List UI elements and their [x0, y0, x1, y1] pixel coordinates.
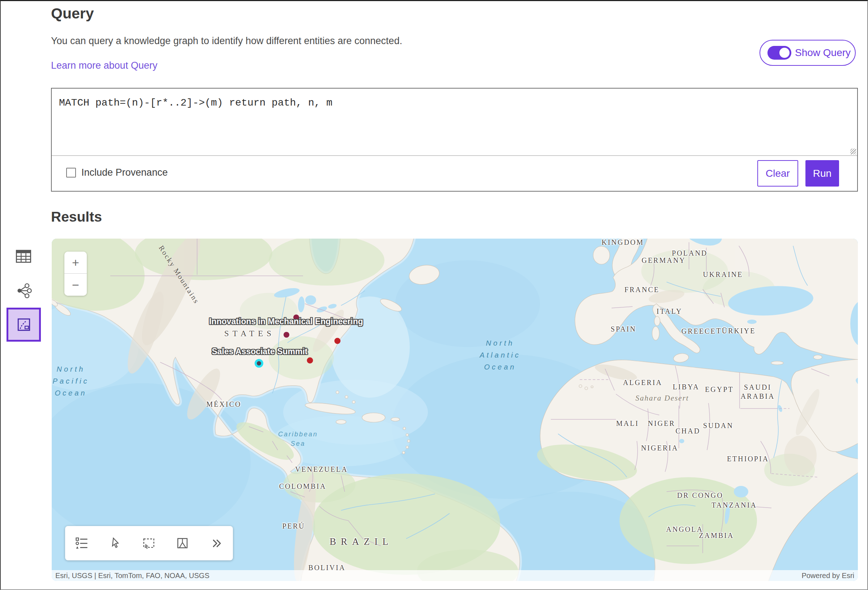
- expand-toolbar-button[interactable]: [207, 534, 226, 553]
- map-attribution: Esri, USGS | Esri, TomTom, FAO, NOAA, US…: [52, 570, 858, 581]
- attribution-sources: Esri, USGS | Esri, TomTom, FAO, NOAA, US…: [52, 572, 213, 580]
- map-zoom-control: + −: [64, 252, 87, 296]
- map-label: North Pacific Ocean: [53, 363, 89, 399]
- query-page: Query You can query a knowledge graph to…: [0, 0, 868, 590]
- map-view-button[interactable]: [6, 308, 41, 342]
- results-map[interactable]: Innovations in Mechanical EngineeringSal…: [52, 239, 858, 581]
- select-rectangle-icon: [142, 536, 156, 550]
- map-label: TÜRKIYE: [716, 327, 756, 335]
- map-label: PERÚ: [282, 522, 305, 530]
- map-label: BRAZIL: [329, 536, 393, 547]
- map-label: CHAD: [676, 427, 701, 435]
- map-label: COLOMBIA: [279, 482, 326, 491]
- legend-button[interactable]: [72, 534, 91, 553]
- map-select-icon: [16, 316, 32, 333]
- select-polygon-icon: [176, 536, 190, 550]
- page-description: You can query a knowledge graph to ident…: [51, 35, 402, 47]
- map-label: VENEZUELA: [295, 465, 348, 473]
- run-button[interactable]: Run: [805, 160, 839, 187]
- map-label: SAUDI ARABIA: [741, 383, 775, 401]
- map-label: MALI: [616, 419, 639, 428]
- map-label: TANZANIA: [712, 501, 757, 509]
- map-toolbar: [65, 526, 233, 560]
- map-label: LIBYA: [673, 383, 700, 391]
- map-label: GERMANY: [642, 256, 686, 265]
- graph-view-button[interactable]: [15, 282, 34, 301]
- map-label: NIGERIA: [641, 444, 678, 452]
- clear-button[interactable]: Clear: [757, 160, 798, 187]
- legend-icon: [74, 536, 89, 550]
- map-label: SPAIN: [611, 325, 636, 333]
- map-event-label: Sales Associate Summit: [211, 347, 307, 357]
- show-query-label: Show Query: [795, 47, 851, 59]
- results-title: Results: [51, 209, 102, 225]
- map-label: KINGDOM: [601, 239, 644, 246]
- pointer-button[interactable]: [106, 534, 125, 553]
- map-label: FRANCE: [624, 286, 660, 294]
- map-label: EGYPT: [705, 385, 734, 394]
- map-label: SUDAN: [703, 422, 734, 430]
- map-label: DR CONGO: [677, 491, 723, 500]
- query-editor: MATCH path=(n)-[r*..2]->(m) return path,…: [51, 88, 858, 192]
- table-icon: [15, 248, 32, 265]
- map-label: STATES: [224, 329, 275, 338]
- learn-more-link[interactable]: Learn more about Query: [51, 60, 157, 71]
- select-polygon-button[interactable]: [173, 534, 192, 553]
- map-label: MÉXICO: [207, 400, 242, 409]
- cursor-icon: [108, 536, 123, 550]
- map-label: POLAND: [672, 249, 707, 257]
- resize-handle-icon[interactable]: [850, 149, 856, 154]
- map-label: ZAMBIA: [699, 531, 734, 540]
- network-icon: [16, 282, 33, 299]
- map-label: Rocky Mountains: [157, 244, 201, 305]
- include-provenance-label: Include Provenance: [81, 167, 168, 178]
- map-label: UKRAINE: [703, 270, 743, 279]
- map-label: ITALY: [657, 307, 682, 316]
- map-label: NIGER: [648, 419, 675, 428]
- map-label: Caribbean Sea: [278, 429, 318, 448]
- map-label: North Atlantic Ocean: [480, 337, 521, 373]
- map-label: ALGERIA: [623, 379, 663, 387]
- zoom-in-button[interactable]: +: [64, 252, 87, 274]
- map-event-label: Innovations in Mechanical Engineering: [209, 317, 363, 326]
- query-input[interactable]: MATCH path=(n)-[r*..2]->(m) return path,…: [52, 88, 857, 155]
- show-query-toggle[interactable]: Show Query: [760, 40, 856, 66]
- powered-by-esri: Powered by Esri: [798, 572, 858, 580]
- table-view-button[interactable]: [14, 247, 33, 266]
- map-label: Sahara Desert: [635, 394, 689, 403]
- select-rectangle-button[interactable]: [140, 534, 158, 553]
- toggle-switch-icon[interactable]: [768, 46, 791, 60]
- map-label: GREECE: [681, 327, 716, 335]
- include-provenance-checkbox[interactable]: [66, 168, 76, 177]
- map-label: ANGOLA: [666, 525, 703, 534]
- query-editor-footer: Include Provenance Clear Run: [52, 155, 857, 191]
- zoom-out-button[interactable]: −: [64, 274, 87, 296]
- map-label: ETHIOPIA: [727, 455, 769, 463]
- page-title: Query: [51, 5, 94, 22]
- double-chevron-right-icon: [209, 536, 223, 550]
